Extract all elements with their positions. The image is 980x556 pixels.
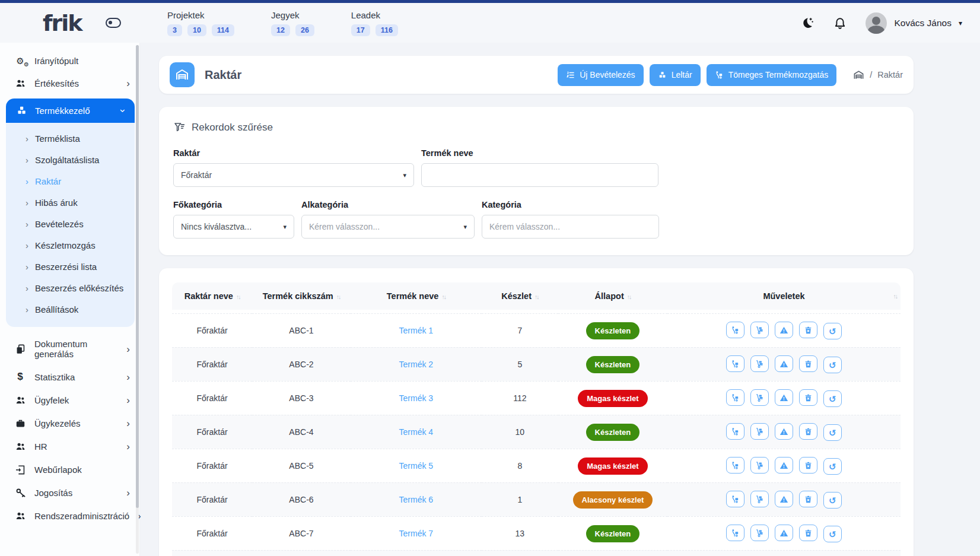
stat-badge[interactable]: 114	[212, 24, 234, 36]
move-product-button[interactable]	[726, 525, 744, 541]
report-defect-button[interactable]	[775, 322, 793, 338]
submenu-item-szolgaltataslista[interactable]: ›Szolgáltatáslista	[6, 149, 135, 170]
report-defect-button[interactable]	[775, 355, 793, 372]
category-select[interactable]: Kérem válasszon...	[482, 215, 659, 239]
history-undo-button[interactable]: ↺	[823, 390, 842, 407]
sort-icon[interactable]: ↑↓	[236, 293, 240, 300]
report-defect-button[interactable]	[775, 389, 793, 406]
inventory-button[interactable]: Leltár	[650, 64, 701, 86]
submenu-item-beszerzes-elokeszites[interactable]: ›Beszerzés előkészítés	[6, 277, 135, 298]
delete-button[interactable]	[799, 491, 817, 507]
product-link[interactable]: Termék 4	[399, 427, 434, 437]
move-product-button[interactable]	[726, 389, 744, 406]
delete-button[interactable]	[799, 322, 817, 338]
sidebar-item-statisztika[interactable]: $ Statisztika ›	[0, 365, 139, 389]
report-defect-button[interactable]	[775, 457, 793, 474]
delete-button[interactable]	[799, 525, 817, 541]
stock-movement-button[interactable]	[750, 322, 769, 338]
move-product-button[interactable]	[726, 457, 744, 474]
sidebar-item-hr[interactable]: HR ›	[0, 435, 139, 458]
product-link[interactable]: Termék 6	[399, 495, 434, 504]
stat-badge[interactable]: 116	[376, 24, 398, 36]
delete-button[interactable]	[799, 389, 817, 406]
submenu-item-keszletmozgas[interactable]: ›Készletmozgás	[6, 234, 135, 256]
bell-icon[interactable]	[832, 15, 848, 31]
history-undo-button[interactable]: ↺	[823, 357, 842, 373]
report-defect-button[interactable]	[775, 423, 793, 440]
cell-stock: 5	[482, 347, 558, 381]
sort-icon[interactable]: ↑↓	[441, 293, 446, 300]
product-link[interactable]: Termék 3	[399, 393, 434, 403]
warning-icon	[779, 393, 788, 402]
scrollbar-thumb[interactable]	[136, 45, 139, 508]
stat-group-leadek: Leadek 17 116	[351, 10, 398, 36]
sub-category-select[interactable]: Kérem válasszon... ▾	[301, 215, 475, 239]
submenu-item-raktar-active[interactable]: ›Raktár	[6, 170, 135, 192]
report-defect-button[interactable]	[775, 525, 793, 541]
stock-movement-button[interactable]	[750, 389, 769, 406]
user-menu[interactable]: Kovács János ▾	[866, 12, 962, 34]
column-header-actions: Műveletek↑↓	[667, 282, 901, 313]
sidebar-item-weburlapok[interactable]: Webűrlapok	[0, 458, 139, 481]
history-undo-button[interactable]: ↺	[823, 458, 842, 475]
stock-movement-button[interactable]	[750, 525, 769, 541]
sidebar-item-iranyitopult[interactable]: ⚙⚙ Irányítópult	[0, 50, 139, 72]
pages-icon	[14, 344, 26, 355]
product-link[interactable]: Termék 7	[399, 529, 434, 538]
sort-icon[interactable]: ↑↓	[534, 293, 539, 300]
delete-button[interactable]	[799, 423, 817, 440]
delete-button[interactable]	[799, 355, 817, 372]
stock-movement-button[interactable]	[750, 457, 769, 474]
sidebar-item-dokumentum-generalas[interactable]: Dokumentum generálás ›	[0, 333, 139, 365]
submenu-item-hibas-aruk[interactable]: ›Hibás áruk	[6, 192, 135, 213]
stat-badge[interactable]: 17	[351, 24, 370, 36]
sidebar-toggle-icon[interactable]	[106, 18, 121, 28]
history-undo-button[interactable]: ↺	[823, 323, 842, 339]
sidebar-item-ugykezeles[interactable]: Ügykezelés ›	[0, 412, 139, 435]
status-badge: Készleten	[586, 356, 640, 373]
sidebar-item-ertekesites[interactable]: Értékesítés ›	[0, 72, 139, 95]
product-link[interactable]: Termék 2	[399, 360, 434, 369]
submenu-item-beallitasok[interactable]: ›Beállítások	[6, 298, 135, 320]
dark-mode-icon[interactable]	[799, 15, 814, 31]
sort-icon[interactable]: ↑↓	[893, 293, 898, 300]
warehouse-select[interactable]: Főraktár ▾	[173, 163, 414, 187]
product-link[interactable]: Termék 1	[399, 326, 434, 335]
sort-icon[interactable]: ↑↓	[627, 293, 631, 300]
move-product-button[interactable]	[726, 322, 744, 338]
history-undo-button[interactable]: ↺	[823, 424, 842, 441]
move-product-button[interactable]	[726, 355, 744, 372]
submenu-item-bevetelezes[interactable]: ›Bevételezés	[6, 213, 135, 234]
bulk-product-move-button[interactable]: Tömeges Termékmozgatás	[707, 64, 837, 86]
handtruck-icon	[755, 326, 764, 335]
history-undo-button[interactable]: ↺	[823, 492, 842, 509]
sort-icon[interactable]: ↑↓	[336, 293, 341, 300]
submenu-item-termeklista[interactable]: ›Terméklista	[6, 128, 135, 149]
report-defect-button[interactable]	[775, 491, 793, 507]
stock-movement-button[interactable]	[750, 355, 769, 372]
stat-badge[interactable]: 26	[295, 24, 314, 36]
history-undo-button[interactable]: ↺	[823, 526, 842, 542]
product-name-input[interactable]	[421, 163, 658, 187]
sidebar-item-jogositas[interactable]: Jogosítás ›	[0, 481, 139, 504]
stock-movement-button[interactable]	[750, 491, 769, 507]
move-product-button[interactable]	[726, 491, 744, 507]
stock-movement-button[interactable]	[750, 423, 769, 440]
main-category-select[interactable]: Nincs kiválasztva... ▾	[173, 215, 294, 239]
chevron-right-icon: ›	[26, 134, 28, 143]
submenu-item-beszerzesi-lista[interactable]: ›Beszerzési lista	[6, 256, 135, 277]
stat-badge[interactable]: 10	[187, 24, 206, 36]
sidebar-item-ugyfelek[interactable]: Ügyfelek ›	[0, 389, 139, 412]
delete-button[interactable]	[799, 457, 817, 474]
sidebar-scrollbar	[136, 45, 139, 554]
handtruck-icon	[755, 427, 764, 436]
stat-badge[interactable]: 3	[167, 24, 182, 36]
product-link[interactable]: Termék 5	[399, 461, 434, 471]
new-receiving-button[interactable]: Új Bevételezés	[558, 64, 643, 86]
sidebar-item-rendszeradminisztracio[interactable]: Rendszeradminisztráció ›	[0, 504, 139, 528]
move-product-button[interactable]	[726, 423, 744, 440]
app-logo[interactable]: frik	[43, 12, 82, 34]
sidebar-item-termekkezelo-active[interactable]: Termékkezelő ›	[6, 99, 135, 123]
stat-badge[interactable]: 12	[271, 24, 290, 36]
home-warehouse-icon[interactable]	[853, 69, 864, 81]
